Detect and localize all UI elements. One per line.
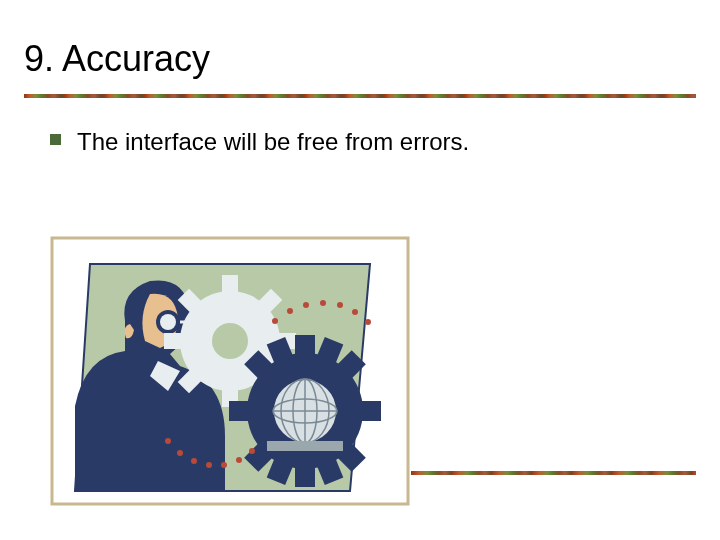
svg-point-16 bbox=[212, 323, 248, 359]
svg-point-37 bbox=[272, 318, 278, 324]
svg-point-48 bbox=[221, 462, 227, 468]
svg-point-43 bbox=[365, 319, 371, 325]
svg-rect-19 bbox=[295, 465, 315, 487]
bottom-accent-bar bbox=[411, 471, 696, 475]
svg-point-41 bbox=[337, 302, 343, 308]
svg-rect-20 bbox=[229, 401, 251, 421]
svg-rect-36 bbox=[267, 441, 343, 451]
svg-point-46 bbox=[191, 458, 197, 464]
svg-point-49 bbox=[236, 457, 242, 463]
svg-point-42 bbox=[352, 309, 358, 315]
slide-title: 9. Accuracy bbox=[0, 0, 720, 80]
svg-point-38 bbox=[287, 308, 293, 314]
svg-point-39 bbox=[303, 302, 309, 308]
svg-rect-21 bbox=[359, 401, 381, 421]
body-content: The interface will be free from errors. bbox=[0, 98, 720, 157]
svg-rect-8 bbox=[222, 275, 238, 293]
bullet-marker-icon bbox=[50, 134, 61, 145]
svg-point-47 bbox=[206, 462, 212, 468]
svg-point-4 bbox=[160, 314, 176, 330]
bullet-item: The interface will be free from errors. bbox=[50, 126, 670, 157]
svg-rect-10 bbox=[164, 333, 182, 349]
svg-point-45 bbox=[177, 450, 183, 456]
svg-point-50 bbox=[249, 448, 255, 454]
svg-rect-51 bbox=[88, 476, 98, 486]
clipart-man-gears-globe bbox=[50, 236, 410, 506]
svg-rect-18 bbox=[295, 335, 315, 357]
svg-point-44 bbox=[165, 438, 171, 444]
bullet-text: The interface will be free from errors. bbox=[77, 126, 469, 157]
svg-point-40 bbox=[320, 300, 326, 306]
